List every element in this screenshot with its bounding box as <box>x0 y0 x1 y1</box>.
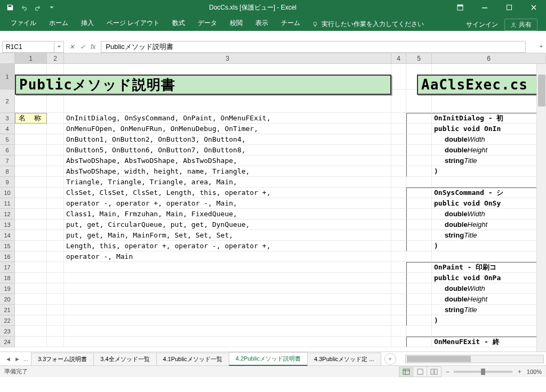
code-detail-cell[interactable]: OnInitDialog - 初 <box>432 113 546 124</box>
cell[interactable] <box>406 262 432 273</box>
cell[interactable] <box>391 89 406 113</box>
cell[interactable] <box>406 315 432 326</box>
name-box-dropdown-icon[interactable] <box>54 41 64 53</box>
cell[interactable] <box>15 124 47 134</box>
col-header-5[interactable]: 5 <box>406 53 432 63</box>
cell[interactable] <box>47 230 64 241</box>
close-icon[interactable] <box>521 0 546 15</box>
maximize-icon[interactable] <box>497 0 521 15</box>
cell[interactable] <box>47 337 64 347</box>
cell[interactable] <box>47 294 64 305</box>
cell[interactable] <box>391 305 406 315</box>
method-line-cell[interactable]: put, get, CircularQueue, put, get, DynQu… <box>64 219 391 230</box>
cell[interactable] <box>47 326 64 337</box>
formula-input[interactable]: Publicメソッド説明書 <box>101 41 526 53</box>
cell[interactable] <box>15 166 47 177</box>
code-detail-cell[interactable]: double Height <box>432 219 546 230</box>
cell[interactable] <box>391 166 406 177</box>
row-header[interactable]: 2 <box>0 89 15 113</box>
row-header[interactable]: 19 <box>0 283 15 294</box>
cell[interactable] <box>47 273 64 283</box>
cell[interactable] <box>15 337 47 347</box>
row-header[interactable]: 3 <box>0 113 15 124</box>
sheet-tab[interactable]: 3.3フォーム説明書 <box>31 353 94 365</box>
share-button[interactable]: 共有 <box>504 19 537 31</box>
cell[interactable] <box>15 209 47 219</box>
method-line-cell[interactable]: Length, this, operator +, operator -, op… <box>64 241 391 251</box>
code-detail-cell[interactable]: double Width <box>432 283 546 294</box>
tell-me-search[interactable]: 実行したい作業を入力してください <box>307 18 429 31</box>
cell[interactable] <box>47 305 64 315</box>
sheet-nav-prev-icon[interactable]: ◄ <box>5 356 11 362</box>
cell[interactable] <box>391 241 406 251</box>
cell[interactable] <box>47 166 64 177</box>
cell[interactable] <box>391 187 406 198</box>
tab-view[interactable]: 表示 <box>249 15 275 31</box>
ribbon-display-options-icon[interactable] <box>448 0 472 15</box>
row-header[interactable]: 23 <box>0 326 15 337</box>
code-detail-cell[interactable]: ) <box>432 166 546 177</box>
cell[interactable] <box>47 262 64 273</box>
row-header[interactable]: 12 <box>0 209 15 219</box>
method-line-cell[interactable] <box>64 315 391 326</box>
cell[interactable] <box>15 145 47 156</box>
row-header[interactable]: 22 <box>0 315 15 326</box>
redo-icon[interactable] <box>32 2 44 13</box>
method-line-cell[interactable]: operator -, Main <box>64 251 391 262</box>
cell[interactable] <box>15 219 47 230</box>
code-detail-cell[interactable]: string Title <box>432 305 546 315</box>
cell[interactable] <box>391 315 406 326</box>
cell[interactable] <box>391 251 406 262</box>
col-header-4[interactable]: 4 <box>391 53 406 63</box>
row-header[interactable]: 17 <box>0 262 15 273</box>
method-line-cell[interactable] <box>64 273 391 283</box>
cell[interactable] <box>15 198 47 209</box>
cell[interactable] <box>47 156 64 166</box>
col-header-6[interactable]: 6 <box>432 53 546 63</box>
minimize-icon[interactable] <box>472 0 497 15</box>
sheet-nav-next-icon[interactable]: ► <box>14 356 20 362</box>
row-header[interactable]: 11 <box>0 198 15 209</box>
horizontal-scrollbar[interactable] <box>405 355 544 363</box>
cell[interactable] <box>47 315 64 326</box>
code-detail-cell[interactable] <box>432 177 546 187</box>
cancel-formula-icon[interactable]: ✕ <box>69 43 75 51</box>
method-line-cell[interactable]: operator -, operator +, operator -, Main… <box>64 198 391 209</box>
scrollbar-thumb[interactable] <box>538 75 545 107</box>
cell[interactable] <box>406 230 432 241</box>
cell[interactable] <box>391 294 406 305</box>
cell[interactable] <box>15 241 47 251</box>
row-header[interactable]: 21 <box>0 305 15 315</box>
row-header[interactable]: 1 <box>0 64 15 89</box>
add-sheet-button[interactable]: ＋ <box>384 353 396 365</box>
signin-link[interactable]: サインイン <box>466 20 498 29</box>
tab-insert[interactable]: 挿入 <box>75 15 100 31</box>
cell[interactable] <box>391 209 406 219</box>
method-line-cell[interactable]: AbsTwoDShape, width, height, name, Trian… <box>64 166 391 177</box>
cell[interactable] <box>391 198 406 209</box>
method-line-cell[interactable]: put, get, Main, MainForm, Set, Set, Set, <box>64 230 391 241</box>
method-line-cell[interactable]: AbsTwoDShape, AbsTwoDShape, AbsTwoDShape… <box>64 156 391 166</box>
cell[interactable] <box>391 134 406 145</box>
name-box[interactable]: R1C1 <box>2 41 54 53</box>
cell[interactable] <box>406 145 432 156</box>
cell[interactable] <box>406 113 432 124</box>
method-line-cell[interactable]: Triangle, Triangle, Triangle, area, Main… <box>64 177 391 187</box>
cell[interactable] <box>15 187 47 198</box>
row-header[interactable]: 13 <box>0 219 15 230</box>
cell[interactable] <box>47 134 64 145</box>
cell[interactable] <box>47 219 64 230</box>
code-detail-cell[interactable]: OnSysCommand - シ <box>432 187 546 198</box>
row-header[interactable]: 18 <box>0 273 15 283</box>
cell[interactable] <box>15 294 47 305</box>
row-header[interactable]: 8 <box>0 166 15 177</box>
code-detail-cell[interactable]: string Title <box>432 156 546 166</box>
fx-icon[interactable]: fx <box>91 43 95 51</box>
col-header-1[interactable]: 1 <box>15 53 47 63</box>
cell[interactable] <box>406 337 432 347</box>
method-line-cell[interactable]: OnInitDialog, OnSysCommand, OnPaint, OnM… <box>64 113 391 124</box>
cell[interactable] <box>15 177 47 187</box>
enter-formula-icon[interactable]: ✓ <box>80 43 85 51</box>
row-header[interactable]: 7 <box>0 156 15 166</box>
cell[interactable] <box>47 251 64 262</box>
